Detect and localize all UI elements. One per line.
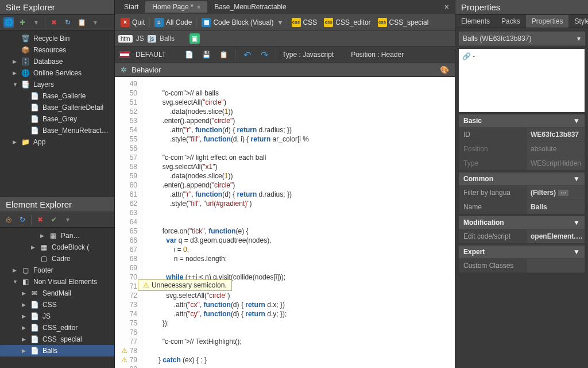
delete-icon[interactable]: ✖ (35, 214, 45, 225)
tree-item[interactable]: ▶📄CSS_editor (0, 322, 114, 334)
site-tree: 🗑️Recycle Bin📦Resources▶🗄️Database▶🌐Onli… (0, 30, 114, 197)
element-explorer-toolbar: ◎ ↻ ✖ ✔ ▾ (0, 212, 114, 228)
css-special-button[interactable]: cssCSS_special (376, 17, 431, 28)
css-button[interactable]: cssCSS (289, 17, 320, 28)
tree-item[interactable]: ▶✉SendMail (0, 288, 114, 299)
prop-row-filter[interactable]: Filter by langua(Filters)⋯ (459, 185, 585, 200)
new-icon[interactable]: 📄 (183, 49, 195, 60)
properties-preview: 🔗 - (459, 49, 585, 112)
target-icon[interactable]: ◎ (3, 214, 14, 225)
properties-tabs: ElementsPacksPropertiesStyles (455, 15, 588, 28)
site-explorer-title: Site Explorer (0, 0, 114, 15)
type-label: Type : Javascript (282, 51, 334, 59)
section-modification[interactable]: Modification▼ (459, 216, 585, 229)
prop-row-position: Positionabsolute (459, 141, 585, 156)
position-label: Position : Header (351, 51, 404, 59)
section-common[interactable]: Common▼ (459, 172, 585, 185)
tree-item[interactable]: ▶📄JS (0, 310, 114, 322)
htm-chip[interactable]: htm (118, 35, 133, 43)
collapse-icon: ▼ (573, 248, 580, 256)
image-icon[interactable]: ▣ (189, 33, 200, 44)
refresh-icon[interactable]: ↻ (17, 214, 28, 225)
separator (31, 214, 32, 225)
section-basic[interactable]: Basic▼ (459, 114, 585, 127)
tree-item[interactable]: ▶📄CSS (0, 299, 114, 310)
chevron-down-icon[interactable]: ▾ (63, 214, 73, 225)
document-tab[interactable]: Start (117, 1, 145, 13)
collapse-icon: ▼ (573, 117, 580, 125)
add-icon[interactable]: ✚ (17, 17, 28, 28)
collapse-icon: ▼ (573, 218, 580, 227)
prop-row-edit[interactable]: Edit code/scriptopenElement.…⋯ (459, 229, 585, 243)
balls-label: Balls (160, 34, 175, 43)
more-icon[interactable]: ⋯ (558, 190, 568, 196)
close-tab-icon[interactable]: × (441, 2, 452, 12)
tree-item[interactable]: ▢Cadre (0, 253, 114, 264)
element-tree: ▶▦Pan…▶▦CodeBlock (▢Cadre▶▢Footer▼◧Non V… (0, 228, 114, 368)
prop-row-custom[interactable]: Custom Classes (459, 258, 585, 273)
tree-item[interactable]: ▶▦CodeBlock ( (0, 241, 114, 253)
properties-tab[interactable]: Styles (568, 15, 588, 28)
copy-icon[interactable]: 📋 (76, 17, 87, 28)
tree-item[interactable]: ▶▢Footer (0, 264, 114, 276)
css-editor-button[interactable]: cssCSS_editor (322, 17, 373, 28)
line-gutter: 49 50 51 52 53 54 55 56 57 58 59 60 61 6… (115, 77, 142, 368)
document-tab[interactable]: Base_MenuRetractable (207, 1, 293, 13)
tree-item[interactable]: ▼◧Non Visual Elements (0, 276, 114, 288)
prop-row-name[interactable]: NameBalls (459, 200, 585, 214)
chevron-down-icon[interactable]: ▾ (90, 17, 100, 28)
all-code-button[interactable]: ≡All Code (152, 17, 194, 28)
save-icon[interactable]: 💾 (200, 49, 212, 60)
tree-item[interactable]: 📄Base_GallerieDetail (0, 102, 114, 113)
properties-title: Properties (455, 0, 588, 15)
globe-icon[interactable]: 🌐 (3, 17, 14, 28)
site-explorer-toolbar: 🌐 ✚ ▾ ✖ ↻ 📋 ▾ (0, 15, 114, 30)
redo-icon[interactable]: ↷ (258, 49, 270, 60)
js-chip[interactable]: js (148, 35, 156, 43)
collapse-icon: ▼ (573, 175, 580, 183)
tree-item[interactable]: ▶📁App (0, 136, 114, 148)
behavior-label: Behavior (131, 66, 161, 74)
tree-item[interactable]: ▶📄CSS_special (0, 334, 114, 345)
tree-item[interactable]: ▶🌐Online Services (0, 67, 114, 79)
tree-item[interactable]: 📄Base_MenuRetract… (0, 125, 114, 136)
link-icon: 🔗 (462, 52, 471, 60)
tree-item[interactable]: 🗑️Recycle Bin (0, 33, 114, 44)
script-toolbar: DEFAULT 📄 💾 📋 ↶ ↷ Type : Javascript Posi… (115, 47, 455, 63)
properties-tab[interactable]: Packs (496, 15, 526, 28)
copy-icon[interactable]: 📋 (218, 49, 229, 60)
tree-item[interactable]: 📦Resources (0, 44, 114, 56)
code-editor[interactable]: 49 50 51 52 53 54 55 56 57 58 59 60 61 6… (115, 77, 455, 368)
file-bar: htm JS js Balls ▣ (115, 31, 455, 47)
behavior-bar: ✲ Behavior 🎨 (115, 63, 455, 77)
prop-row-id: IDWE63fc13b837 (459, 127, 585, 141)
gear-icon: ✲ (121, 66, 127, 74)
action-bar: ×Quit ≡All Code ▦Code Block (Visual)▾ cs… (115, 14, 455, 31)
chevron-down-icon: ▾ (577, 34, 581, 43)
code-block-button[interactable]: ▦Code Block (Visual)▾ (199, 17, 284, 28)
tree-item[interactable]: ▼📑Layers (0, 79, 114, 90)
tree-item[interactable]: 📄Base_Grey (0, 113, 114, 125)
warning-tooltip: ⚠ Unnecessary semicolon. (138, 279, 232, 291)
tree-item[interactable]: ▶▦Pan… (0, 230, 114, 241)
refresh-icon[interactable]: ↻ (63, 17, 73, 28)
quit-button[interactable]: ×Quit (118, 17, 147, 28)
undo-icon[interactable]: ↶ (241, 49, 253, 60)
delete-icon[interactable]: ✖ (49, 17, 59, 28)
properties-tab[interactable]: Elements (455, 15, 496, 28)
prop-row-type: TypeWEScriptHidden (459, 156, 585, 170)
element-selector[interactable]: Balls (WE63fc13b837)▾ (459, 32, 585, 45)
document-tab[interactable]: Home Page *× (145, 1, 207, 13)
check-icon[interactable]: ✔ (49, 214, 59, 225)
section-expert[interactable]: Expert▼ (459, 246, 585, 258)
properties-tab[interactable]: Properties (526, 15, 569, 28)
tree-item[interactable]: ▶📄Balls (0, 345, 114, 356)
tree-item[interactable]: 📄Base_Gallerie (0, 90, 114, 102)
tree-item[interactable]: ▶🗄️Database (0, 56, 114, 67)
chevron-down-icon[interactable]: ▾ (31, 17, 41, 28)
close-icon[interactable]: × (197, 3, 200, 10)
element-explorer-title: Element Explorer (0, 197, 114, 212)
js-label: JS (136, 34, 144, 43)
palette-icon[interactable]: 🎨 (440, 66, 449, 74)
code-area[interactable]: "c-com">// all balls svg.selectAll("circ… (142, 77, 455, 368)
